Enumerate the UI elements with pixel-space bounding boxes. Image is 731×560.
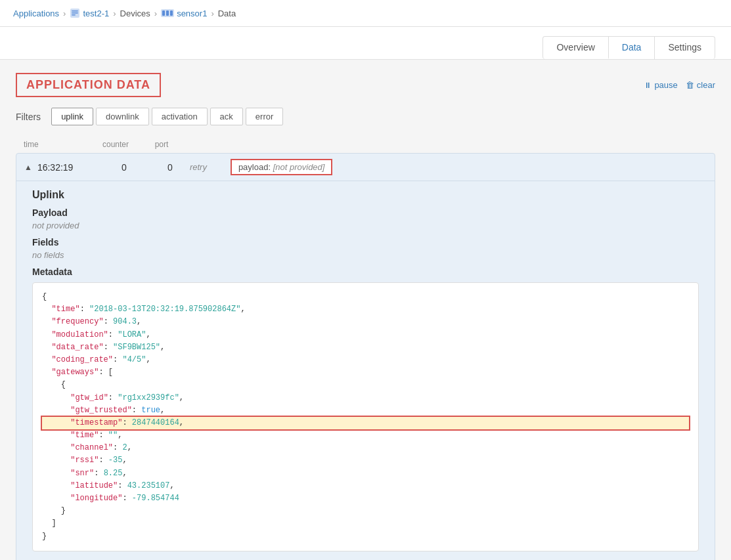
pause-icon: ⏸ bbox=[644, 81, 652, 90]
fields-section-title: Fields bbox=[32, 237, 699, 248]
app-icon bbox=[70, 8, 80, 18]
filter-tabs: uplink downlink activation ack error bbox=[51, 108, 283, 125]
data-row-content: Uplink Payload not provided Fields no fi… bbox=[16, 181, 715, 560]
filter-ack[interactable]: ack bbox=[210, 108, 243, 125]
table-header: time counter port bbox=[16, 136, 715, 153]
row-counter: 0 bbox=[98, 162, 150, 173]
device-icon bbox=[161, 9, 174, 18]
json-modulation: "modulation": "LORA", bbox=[42, 330, 151, 339]
payload-value: not provided bbox=[32, 221, 699, 230]
breadcrumb: Applications › test2-1 › Devices › senso… bbox=[0, 0, 731, 27]
row-time: 16:32:19 bbox=[37, 162, 98, 173]
json-time: "time": "2018-03-13T20:32:19.875902864Z"… bbox=[42, 305, 246, 314]
filter-uplink[interactable]: uplink bbox=[51, 108, 93, 125]
filter-activation[interactable]: activation bbox=[152, 108, 208, 125]
data-row: ▲ 16:32:19 0 0 retry payload: [not provi… bbox=[16, 153, 715, 560]
data-row-header[interactable]: ▲ 16:32:19 0 0 retry payload: [not provi… bbox=[16, 154, 715, 181]
row-retry: retry bbox=[190, 162, 223, 172]
json-close: } bbox=[42, 532, 47, 541]
json-coding-rate: "coding_rate": "4/5", bbox=[42, 355, 151, 364]
page-nav-tabs: Overview Data Settings bbox=[543, 36, 715, 59]
breadcrumb-app[interactable]: test2-1 bbox=[83, 9, 109, 18]
svg-rect-2 bbox=[72, 12, 78, 14]
json-time-inner: "time": "", bbox=[42, 431, 122, 440]
json-rssi: "rssi": -35, bbox=[42, 456, 127, 465]
pause-button[interactable]: ⏸ pause bbox=[644, 80, 677, 90]
svg-rect-5 bbox=[162, 11, 165, 16]
json-gtw-trusted: "gtw_trusted": true, bbox=[42, 406, 165, 415]
tab-overview[interactable]: Overview bbox=[543, 36, 608, 59]
json-longitude: "longitude": -79.854744 bbox=[42, 494, 179, 503]
header-actions: ⏸ pause 🗑 clear bbox=[644, 80, 715, 90]
payload-badge: payload: [not provided] bbox=[231, 159, 333, 175]
metadata-section-title: Metadata bbox=[32, 267, 699, 277]
breadcrumb-sep-4: › bbox=[211, 9, 213, 18]
json-gateways-close: ] bbox=[42, 519, 56, 528]
breadcrumb-sep-2: › bbox=[113, 9, 116, 18]
svg-rect-1 bbox=[72, 11, 78, 12]
breadcrumb-page: Data bbox=[218, 9, 236, 18]
col-header-time: time bbox=[24, 140, 89, 149]
col-header-counter: counter bbox=[89, 140, 142, 149]
tab-settings[interactable]: Settings bbox=[654, 36, 715, 59]
filter-downlink[interactable]: downlink bbox=[96, 108, 149, 125]
col-header-port: port bbox=[142, 140, 181, 149]
json-frequency: "frequency": 904.3, bbox=[42, 317, 141, 326]
json-line-open: { bbox=[42, 292, 47, 301]
json-data-rate: "data_rate": "SF9BW125", bbox=[42, 343, 165, 352]
expand-arrow-icon: ▲ bbox=[24, 163, 32, 172]
json-snr: "snr": 8.25, bbox=[42, 469, 127, 478]
payload-badge-label: payload: bbox=[238, 162, 271, 172]
svg-rect-7 bbox=[170, 11, 173, 16]
breadcrumb-device[interactable]: sensor1 bbox=[177, 9, 207, 18]
svg-rect-3 bbox=[72, 14, 76, 16]
trash-icon: 🗑 bbox=[686, 80, 694, 90]
breadcrumb-sep-1: › bbox=[63, 9, 66, 18]
main-content: APPLICATION DATA ⏸ pause 🗑 clear Filters… bbox=[0, 60, 731, 560]
json-gateways: "gateways": [ bbox=[42, 368, 113, 377]
filters-row: Filters uplink downlink activation ack e… bbox=[16, 108, 715, 125]
filters-label: Filters bbox=[16, 112, 41, 122]
json-block: { "time": "2018-03-13T20:32:19.875902864… bbox=[32, 282, 699, 551]
row-port: 0 bbox=[150, 162, 190, 173]
json-gw-inner-close: } bbox=[42, 506, 66, 515]
json-gtw-id: "gtw_id": "rg1xx2939fc", bbox=[42, 393, 184, 402]
breadcrumb-applications[interactable]: Applications bbox=[13, 9, 59, 18]
payload-section-title: Payload bbox=[32, 207, 699, 218]
json-timestamp: "timestamp": 2847440164, bbox=[42, 417, 689, 429]
svg-rect-6 bbox=[166, 11, 169, 16]
uplink-section-title: Uplink bbox=[32, 189, 699, 201]
breadcrumb-sep-3: › bbox=[154, 9, 157, 18]
section-header: APPLICATION DATA ⏸ pause 🗑 clear bbox=[16, 73, 715, 97]
pause-label: pause bbox=[654, 80, 677, 90]
section-title: APPLICATION DATA bbox=[16, 73, 161, 97]
clear-button[interactable]: 🗑 clear bbox=[686, 80, 715, 90]
json-latitude: "latitude": 43.235107, bbox=[42, 481, 175, 490]
tab-data[interactable]: Data bbox=[608, 36, 655, 59]
filter-error[interactable]: error bbox=[246, 108, 283, 125]
fields-value: no fields bbox=[32, 250, 699, 260]
payload-badge-value: [not provided] bbox=[273, 162, 325, 172]
breadcrumb-devices: Devices bbox=[120, 9, 150, 18]
clear-label: clear bbox=[697, 80, 715, 90]
json-gw-open: { bbox=[42, 380, 66, 389]
json-channel: "channel": 2, bbox=[42, 443, 132, 452]
